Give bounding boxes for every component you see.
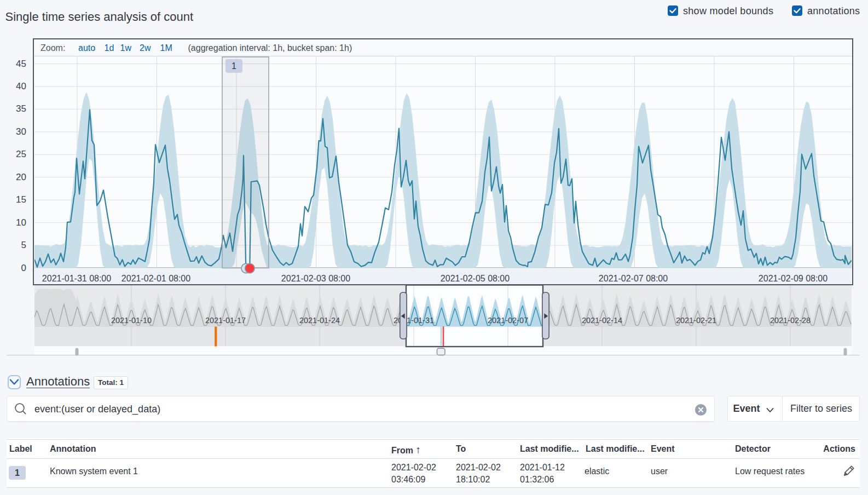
svg-text:2021-01-24: 2021-01-24: [299, 316, 340, 325]
svg-text:2021-01-17: 2021-01-17: [205, 316, 246, 325]
svg-text:2021-02-14: 2021-02-14: [582, 316, 622, 325]
svg-text:2021-01-10: 2021-01-10: [111, 316, 152, 325]
svg-text:2021-02-28: 2021-02-28: [770, 316, 811, 325]
svg-text:1: 1: [232, 61, 236, 71]
svg-text:2021-02-07: 2021-02-07: [488, 316, 528, 325]
svg-text:2021-02-21: 2021-02-21: [676, 316, 716, 325]
